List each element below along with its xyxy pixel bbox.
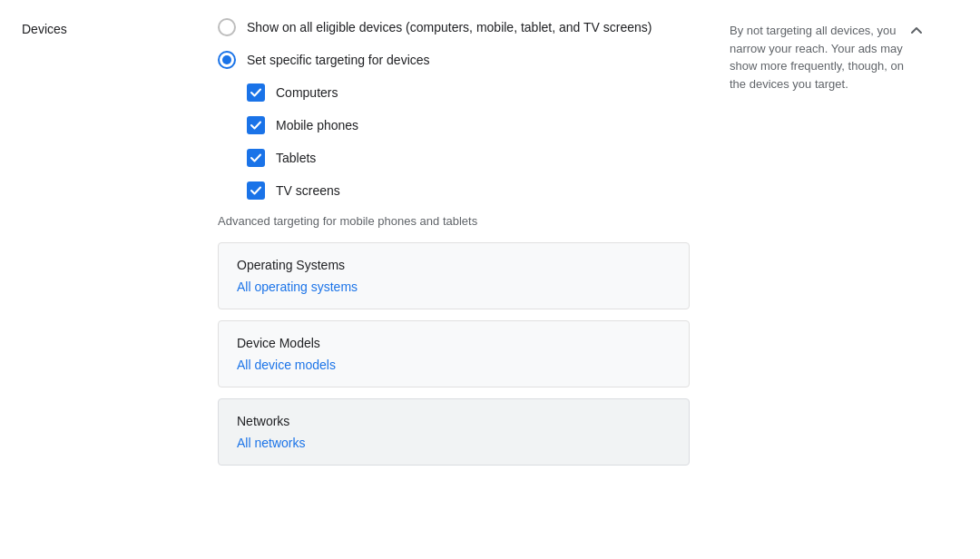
card-operating-systems: Operating Systems All operating systems — [218, 242, 690, 309]
checkbox-computers-label: Computers — [276, 85, 338, 100]
section-title: Devices — [22, 22, 67, 36]
checkbox-computers[interactable]: Computers — [247, 83, 690, 102]
section-label: Devices — [0, 18, 200, 541]
main-content: Show on all eligible devices (computers,… — [200, 18, 708, 541]
right-panel: By not targeting all devices, you narrow… — [708, 18, 944, 541]
checkbox-tablets-box — [247, 149, 265, 167]
checkbox-tablets[interactable]: Tablets — [247, 149, 690, 167]
radio-specific-targeting[interactable]: Set specific targeting for devices — [218, 51, 690, 69]
checkbox-tv-screens-label: TV screens — [276, 183, 340, 198]
checkbox-tv-screens[interactable]: TV screens — [247, 181, 690, 200]
card-networks-title: Networks — [237, 414, 671, 428]
checkmark-icon — [250, 119, 262, 132]
device-checkboxes: Computers Mobile phones Tablets — [247, 83, 690, 200]
right-panel-text: By not targeting all devices, you narrow… — [730, 22, 922, 93]
checkbox-computers-box — [247, 83, 265, 102]
checkmark-icon — [250, 152, 262, 164]
checkmark-icon — [250, 86, 262, 99]
card-device-models-link[interactable]: All device models — [237, 358, 336, 372]
chevron-up-icon — [908, 23, 925, 39]
advanced-targeting-label: Advanced targeting for mobile phones and… — [218, 214, 690, 228]
checkbox-mobile-phones[interactable]: Mobile phones — [247, 116, 690, 134]
checkbox-tablets-label: Tablets — [276, 151, 316, 165]
radio-all-devices-label: Show on all eligible devices (computers,… — [247, 20, 652, 34]
radio-all-devices-indicator — [218, 18, 236, 36]
collapse-button[interactable] — [907, 22, 926, 40]
checkmark-icon — [250, 184, 262, 197]
checkbox-mobile-phones-label: Mobile phones — [276, 118, 358, 132]
card-device-models-title: Device Models — [237, 336, 671, 350]
checkbox-mobile-phones-box — [247, 116, 265, 134]
card-operating-systems-link[interactable]: All operating systems — [237, 280, 358, 294]
radio-specific-targeting-label: Set specific targeting for devices — [247, 53, 430, 67]
card-networks-link[interactable]: All networks — [237, 436, 305, 450]
card-networks: Networks All networks — [218, 398, 690, 466]
radio-all-devices[interactable]: Show on all eligible devices (computers,… — [218, 18, 690, 36]
card-operating-systems-title: Operating Systems — [237, 258, 671, 272]
card-device-models: Device Models All device models — [218, 320, 690, 387]
checkbox-tv-screens-box — [247, 181, 265, 200]
radio-specific-targeting-indicator — [218, 51, 236, 69]
